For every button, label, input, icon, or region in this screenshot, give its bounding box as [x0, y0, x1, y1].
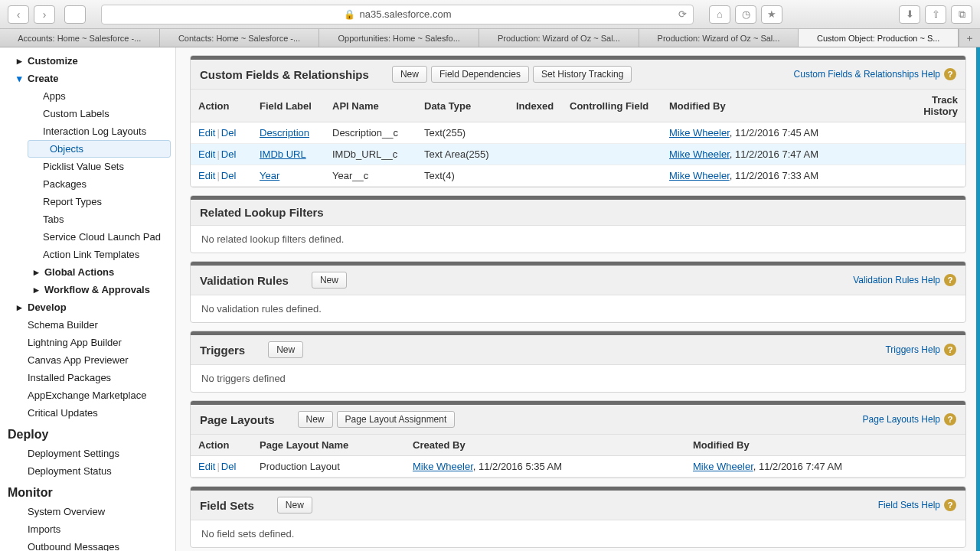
- sidebar-item-system-overview[interactable]: System Overview: [0, 503, 175, 520]
- help-icon[interactable]: ?: [944, 344, 956, 356]
- new-trigger-button[interactable]: New: [268, 341, 303, 358]
- modified-by-link[interactable]: Mike Wheeler: [693, 461, 753, 472]
- address-bar[interactable]: 🔒 na35.salesforce.com ⟳: [101, 5, 694, 24]
- help-icon[interactable]: ?: [944, 413, 956, 425]
- modified-by-link[interactable]: Mike Wheeler: [669, 170, 730, 181]
- browser-tab-active[interactable]: Custom Object: Production ~ S...: [799, 29, 959, 47]
- modified-by-link[interactable]: Mike Wheeler: [669, 148, 730, 160]
- sidebar-deploy-header[interactable]: Deploy: [0, 422, 175, 445]
- validation-help-link[interactable]: Validation Rules Help: [853, 275, 940, 285]
- sidebar-develop[interactable]: ▸Develop: [0, 298, 175, 316]
- sidebar-workflow[interactable]: ▸Workflow & Approvals: [0, 281, 175, 298]
- del-link[interactable]: Del: [221, 148, 237, 160]
- browser-tab[interactable]: Production: Wizard of Oz ~ Sal...: [479, 29, 639, 47]
- sidebar-item-outbound[interactable]: Outbound Messages: [0, 538, 175, 551]
- del-link[interactable]: Del: [221, 127, 237, 139]
- field-sets-help-link[interactable]: Field Sets Help: [878, 500, 940, 510]
- new-field-set-button[interactable]: New: [277, 497, 312, 514]
- sidebar-item-tabs[interactable]: Tabs: [0, 210, 175, 228]
- modified-by-link[interactable]: Mike Wheeler: [669, 127, 730, 139]
- sidebar-item-picklist[interactable]: Picklist Value Sets: [0, 158, 175, 175]
- expand-icon: ▸: [14, 302, 24, 313]
- page-layouts-table: Action Page Layout Name Created By Modif…: [191, 435, 965, 478]
- show-sidebar-button[interactable]: [64, 5, 86, 24]
- field-label-link[interactable]: Year: [260, 170, 279, 181]
- sidebar-item-apps[interactable]: Apps: [0, 87, 175, 105]
- help-icon[interactable]: ?: [944, 68, 956, 80]
- sidebar-create[interactable]: ▾Create: [0, 70, 175, 87]
- browser-tab[interactable]: Opportunities: Home ~ Salesfo...: [319, 29, 479, 47]
- field-label-link[interactable]: Description: [260, 127, 309, 139]
- col-created-by[interactable]: Created By: [405, 435, 685, 456]
- del-link[interactable]: Del: [221, 170, 237, 181]
- sidebar-global-actions[interactable]: ▸Global Actions: [0, 263, 175, 281]
- sidebar-item-critical[interactable]: Critical Updates: [0, 404, 175, 422]
- share-button[interactable]: ⇧: [925, 5, 946, 24]
- help-icon[interactable]: ?: [944, 499, 956, 511]
- home-button[interactable]: ⌂: [709, 5, 730, 24]
- col-modified-by[interactable]: Modified By: [662, 90, 889, 122]
- page-layouts-help-link[interactable]: Page Layouts Help: [863, 414, 940, 425]
- panel-title: Triggers: [200, 344, 245, 357]
- page-layout-assignment-button[interactable]: Page Layout Assignment: [337, 411, 456, 428]
- created-by-link[interactable]: Mike Wheeler: [413, 461, 473, 472]
- new-page-layout-button[interactable]: New: [298, 411, 333, 428]
- col-modified-by[interactable]: Modified By: [685, 435, 965, 456]
- sidebar-item-custom-labels[interactable]: Custom Labels: [0, 105, 175, 122]
- triggers-help-link[interactable]: Triggers Help: [885, 344, 940, 355]
- sidebar-item-report-types[interactable]: Report Types: [0, 193, 175, 210]
- sidebar-item-service-cloud[interactable]: Service Cloud Launch Pad: [0, 228, 175, 246]
- sidebar-item-installed[interactable]: Installed Packages: [0, 369, 175, 386]
- new-field-button[interactable]: New: [392, 66, 427, 83]
- history-button[interactable]: ◷: [735, 5, 756, 24]
- sidebar-item-deploy-status[interactable]: Deployment Status: [0, 462, 175, 480]
- del-link[interactable]: Del: [221, 461, 237, 472]
- custom-fields-help-link[interactable]: Custom Fields & Relationships Help: [794, 69, 940, 80]
- reload-icon[interactable]: ⟳: [678, 8, 687, 20]
- page-layouts-panel: Page Layouts New Page Layout Assignment …: [190, 400, 966, 478]
- expand-icon: ▸: [31, 285, 41, 295]
- new-tab-button[interactable]: ＋: [959, 29, 980, 47]
- back-button[interactable]: ‹: [8, 5, 29, 24]
- sidebar-item-deploy-settings[interactable]: Deployment Settings: [0, 445, 175, 462]
- bookmarks-button[interactable]: ★: [761, 5, 782, 24]
- field-label-link[interactable]: IMDb URL: [260, 148, 306, 160]
- forward-button[interactable]: ›: [34, 5, 55, 24]
- sidebar-monitor-header[interactable]: Monitor: [0, 480, 175, 503]
- data-type-cell: Text Area(255): [416, 144, 508, 165]
- col-field-label[interactable]: Field Label: [252, 90, 325, 122]
- tabs-button[interactable]: ⧉: [951, 5, 972, 24]
- sidebar-item-imports[interactable]: Imports: [0, 520, 175, 538]
- sidebar-item-schema[interactable]: Schema Builder: [0, 316, 175, 334]
- edit-link[interactable]: Edit: [198, 148, 215, 160]
- sidebar-item-canvas[interactable]: Canvas App Previewer: [0, 351, 175, 369]
- sidebar-item-interaction-log[interactable]: Interaction Log Layouts: [0, 122, 175, 140]
- sidebar-item-lightning[interactable]: Lightning App Builder: [0, 334, 175, 351]
- browser-tab[interactable]: Contacts: Home ~ Salesforce -...: [160, 29, 320, 47]
- edit-link[interactable]: Edit: [198, 170, 215, 181]
- col-indexed[interactable]: Indexed: [508, 90, 562, 122]
- col-action: Action: [191, 90, 252, 122]
- browser-tab[interactable]: Accounts: Home ~ Salesforce -...: [0, 29, 160, 47]
- sidebar-item-packages[interactable]: Packages: [0, 175, 175, 193]
- col-api-name[interactable]: API Name: [325, 90, 416, 122]
- sidebar-item-objects[interactable]: Objects: [28, 140, 171, 158]
- downloads-button[interactable]: ⬇: [899, 5, 920, 24]
- col-layout-name[interactable]: Page Layout Name: [252, 435, 405, 456]
- edit-link[interactable]: Edit: [198, 461, 215, 472]
- lock-icon: 🔒: [344, 9, 355, 20]
- table-row: Edit|Del Production Layout Mike Wheeler,…: [191, 456, 965, 478]
- col-data-type[interactable]: Data Type: [416, 90, 508, 122]
- right-accent-bar: [976, 47, 980, 551]
- help-icon[interactable]: ?: [944, 274, 956, 286]
- col-controlling[interactable]: Controlling Field: [562, 90, 662, 122]
- browser-tab[interactable]: Production: Wizard of Oz ~ Sal...: [639, 29, 799, 47]
- new-validation-button[interactable]: New: [312, 272, 347, 289]
- sidebar-item-action-link[interactable]: Action Link Templates: [0, 246, 175, 263]
- field-dependencies-button[interactable]: Field Dependencies: [431, 66, 529, 83]
- col-track-history[interactable]: Track History: [889, 90, 965, 122]
- edit-link[interactable]: Edit: [198, 127, 215, 139]
- set-history-tracking-button[interactable]: Set History Tracking: [533, 66, 632, 83]
- sidebar-customize[interactable]: ▸Customize: [0, 52, 175, 70]
- sidebar-item-appexchange[interactable]: AppExchange Marketplace: [0, 386, 175, 404]
